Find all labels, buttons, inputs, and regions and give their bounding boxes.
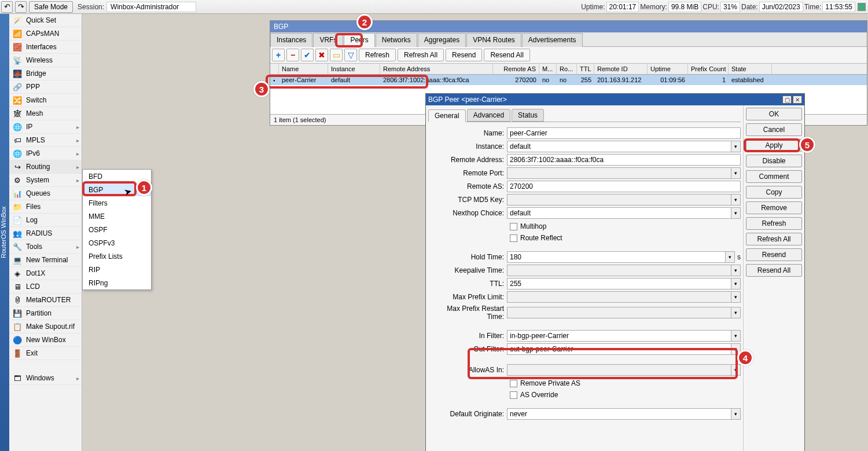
- checkbox-multihop[interactable]: [510, 223, 517, 230]
- dropdown-icon[interactable]: ▾: [731, 141, 741, 152]
- col-route-reflect[interactable]: Ro...: [557, 64, 577, 74]
- redo-button[interactable]: ↷: [15, 1, 27, 13]
- tab-aggregates[interactable]: Aggregates: [418, 33, 466, 47]
- sidebar-item-ipv6[interactable]: 🌐IPv6▸: [9, 147, 82, 160]
- refresh-all-button[interactable]: Refresh All: [398, 49, 444, 61]
- dropdown-icon[interactable]: ▾: [726, 251, 735, 263]
- enable-button[interactable]: ✔: [301, 49, 314, 61]
- select-instance[interactable]: default: [507, 141, 731, 152]
- select-in-filter[interactable]: in-bgp-peer-Carrier: [507, 330, 731, 342]
- minimize-button[interactable]: ▢: [782, 96, 792, 104]
- sidebar-item-files[interactable]: 📁Files: [9, 200, 82, 214]
- dropdown-icon[interactable]: ▾: [731, 207, 741, 219]
- input-allowas[interactable]: [507, 364, 731, 376]
- tab-advertisements[interactable]: Advertisements: [522, 33, 583, 47]
- submenu-item-mme[interactable]: MME: [83, 210, 151, 223]
- sidebar-item-lcd[interactable]: 🖥LCD: [9, 280, 82, 294]
- tab-vrfs[interactable]: VRFs: [313, 33, 343, 47]
- sidebar-item-queues[interactable]: 📊Queues: [9, 187, 82, 200]
- disable-button[interactable]: Disable: [746, 155, 802, 167]
- submenu-item-prefixlists[interactable]: Prefix Lists: [83, 250, 151, 263]
- col-prefix-count[interactable]: Prefix Count: [688, 64, 729, 74]
- col-multihop[interactable]: M...: [539, 64, 557, 74]
- col-uptime[interactable]: Uptime: [648, 64, 688, 74]
- sidebar-item-interfaces[interactable]: 🧱Interfaces: [9, 41, 82, 54]
- input-max-prefix-restart[interactable]: [507, 307, 731, 318]
- close-button[interactable]: ✕: [793, 96, 802, 104]
- dropdown-icon[interactable]: ▾: [731, 194, 741, 206]
- safe-mode-button[interactable]: Safe Mode: [29, 1, 73, 13]
- sidebar-item-capsman[interactable]: 📶CAPsMAN: [9, 27, 82, 41]
- sidebar-item-partition[interactable]: 💾Partition: [9, 307, 82, 320]
- dropdown-icon[interactable]: ▾: [731, 167, 741, 179]
- sidebar-item-mesh[interactable]: 🕸Mesh: [9, 107, 82, 120]
- input-remote-as[interactable]: 270200: [507, 181, 741, 192]
- col-remote-as[interactable]: Remote AS: [493, 64, 539, 74]
- sidebar-item-exit[interactable]: 🚪Exit: [9, 347, 82, 360]
- input-max-prefix[interactable]: [507, 291, 731, 303]
- col-ttl[interactable]: TTL: [577, 64, 594, 74]
- resend-all-button[interactable]: Resend All: [746, 264, 802, 277]
- sidebar-item-windows[interactable]: 🗔Windows▸: [9, 372, 82, 385]
- tab-status[interactable]: Status: [512, 109, 544, 122]
- filter-button[interactable]: ▽: [344, 49, 357, 61]
- remove-button[interactable]: −: [286, 49, 299, 61]
- sidebar-item-newwinbox[interactable]: 🔵New WinBox: [9, 333, 82, 347]
- refresh-button[interactable]: Refresh: [746, 217, 802, 230]
- dropdown-icon[interactable]: ▾: [731, 278, 741, 289]
- dropdown-icon[interactable]: ▾: [731, 265, 741, 276]
- col-state[interactable]: State: [729, 64, 772, 74]
- comment-button[interactable]: ▭: [330, 49, 343, 61]
- tab-advanced[interactable]: Advanced: [467, 109, 510, 122]
- input-name[interactable]: peer-Carrier: [507, 127, 741, 139]
- tab-vpn4routes[interactable]: VPN4 Routes: [466, 33, 521, 47]
- sidebar-item-terminal[interactable]: 💻New Terminal: [9, 254, 82, 267]
- table-row[interactable]: ▪ peer-Carrier default 2806:3f7:1002:aaa…: [270, 75, 867, 85]
- comment-button[interactable]: Comment: [746, 170, 802, 183]
- submenu-item-filters[interactable]: Filters: [83, 196, 151, 210]
- sidebar-item-quickset[interactable]: 🪄Quick Set: [9, 14, 82, 27]
- resend-all-button[interactable]: Resend All: [484, 49, 529, 61]
- resend-button[interactable]: Resend: [746, 248, 802, 261]
- dropdown-icon[interactable]: ▾: [731, 330, 741, 342]
- select-out-filter[interactable]: out-bgp-peer-Carrier: [507, 343, 731, 355]
- sidebar-item-bridge[interactable]: 🌉Bridge: [9, 67, 82, 80]
- input-tcp-md5[interactable]: [507, 194, 731, 206]
- submenu-item-ripng[interactable]: RIPng: [83, 276, 151, 289]
- apply-button[interactable]: Apply: [746, 139, 802, 152]
- peer-window-title[interactable]: BGP Peer <peer-Carrier> ▢ ✕: [426, 94, 804, 105]
- refresh-button[interactable]: Refresh: [359, 49, 396, 61]
- dropdown-icon[interactable]: ▾: [731, 408, 741, 420]
- copy-button[interactable]: Copy: [746, 186, 802, 199]
- col-remote-address[interactable]: Remote Address: [380, 64, 493, 74]
- add-button[interactable]: +: [272, 49, 285, 61]
- dropdown-icon[interactable]: ▾: [731, 291, 741, 303]
- sidebar-item-mpls[interactable]: 🏷MPLS▸: [9, 134, 82, 147]
- col-instance[interactable]: Instance: [328, 64, 380, 74]
- tab-instances[interactable]: Instances: [270, 33, 312, 47]
- input-ttl[interactable]: 255: [507, 278, 731, 289]
- submenu-item-ospfv3[interactable]: OSPFv3: [83, 236, 151, 250]
- undo-button[interactable]: ↶: [1, 1, 13, 13]
- submenu-item-ospf[interactable]: OSPF: [83, 223, 151, 236]
- checkbox-route-reflect[interactable]: [510, 234, 517, 242]
- select-default-originate[interactable]: never: [507, 408, 731, 420]
- tab-general[interactable]: General: [428, 109, 466, 122]
- input-remote-port[interactable]: [507, 167, 731, 179]
- tab-networks[interactable]: Networks: [376, 33, 417, 47]
- col-name[interactable]: Name: [279, 64, 328, 74]
- sidebar-item-ppp[interactable]: 🔗PPP: [9, 80, 82, 94]
- checkbox-remove-private-as[interactable]: [510, 380, 517, 387]
- sidebar-item-ip[interactable]: 🌐IP▸: [9, 120, 82, 134]
- disable-button[interactable]: ✖: [315, 49, 328, 61]
- dropdown-icon[interactable]: ▾: [731, 307, 741, 318]
- input-keepalive[interactable]: [507, 265, 731, 276]
- sidebar-item-supout[interactable]: 📋Make Supout.rif: [9, 320, 82, 333]
- sidebar-item-dot1x[interactable]: ◈Dot1X: [9, 267, 82, 280]
- input-hold-time[interactable]: 180: [507, 251, 726, 263]
- select-nexthop[interactable]: default: [507, 207, 731, 219]
- sidebar-item-radius[interactable]: 👥RADIUS: [9, 227, 82, 240]
- cancel-button[interactable]: Cancel: [746, 123, 802, 136]
- remove-button[interactable]: Remove: [746, 201, 802, 214]
- submenu-item-rip[interactable]: RIP: [83, 263, 151, 276]
